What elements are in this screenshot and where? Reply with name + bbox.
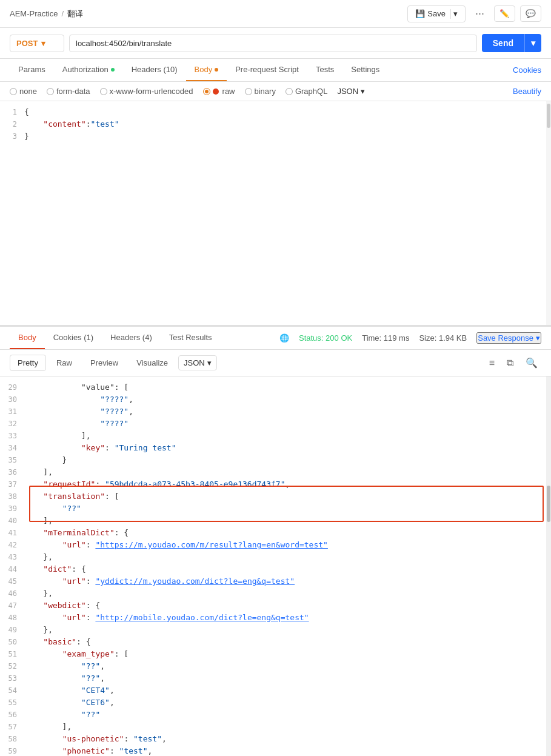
code-line: 49 }, [0,624,551,636]
tab-pre-request-label: Pre-request Script [235,65,299,74]
tab-authorization-label: Authorization [62,65,109,74]
url-link[interactable]: "https://m.youdao.com/m/result?lang=en&w… [95,540,328,549]
view-type-bar: Pretty Raw Preview Visualize JSON ▾ ≡ ⧉ … [0,350,551,376]
response-tabs-bar: Body Cookies (1) Headers (4) Test Result… [0,327,551,350]
code-line: 46 }, [0,587,551,600]
save-button[interactable]: 💾 Save ▾ [407,5,466,22]
response-scrollbar[interactable] [546,376,551,756]
url-input[interactable] [69,35,477,52]
radio-urlencoded-icon [100,88,107,95]
beautify-button[interactable]: Beautify [513,87,541,96]
tab-headers[interactable]: Headers (10) [123,59,186,81]
view-tab-visualize[interactable]: Visualize [129,355,176,371]
chevron-down-icon: ▾ [453,9,458,18]
response-section: Body Cookies (1) Headers (4) Test Result… [0,326,551,756]
tab-params[interactable]: Params [10,59,54,81]
filter-icon-button[interactable]: ≡ [486,356,498,370]
copy-icon-button[interactable]: ⧉ [503,356,517,370]
send-button[interactable]: Send ▾ [482,34,541,52]
tab-body[interactable]: Body [186,59,227,81]
response-tabs: Body Cookies (1) Headers (4) Test Result… [10,327,221,349]
request-body-editor[interactable]: 1 { 2 "content":"test" 3 } [0,101,551,326]
method-chevron-icon: ▾ [41,39,45,48]
save-label: Save [427,9,446,18]
code-line: 29 "value": [ [0,381,551,393]
send-label: Send [482,34,524,52]
code-line: 51 "exam_type": [ [0,648,551,660]
save-response-label: Save Response [478,333,533,343]
breadcrumb-separator: / [61,9,64,18]
code-line: 3 } [0,130,551,142]
tab-authorization[interactable]: Authorization [54,59,123,81]
request-code-lines: 1 { 2 "content":"test" 3 } [0,101,551,147]
radio-none-icon [10,88,17,95]
save-response-button[interactable]: Save Response ▾ [476,332,541,344]
body-type-graphql[interactable]: GraphQL [286,87,327,96]
code-line: 42 "url": "https://m.youdao.com/m/result… [0,539,551,551]
view-tab-pretty[interactable]: Pretty [10,355,46,371]
response-json-label: JSON [184,358,205,367]
json-format-label: JSON [337,87,358,96]
response-json-chevron-icon: ▾ [207,358,212,367]
response-code-area: 29 "value": [ 30 "????", 31 "????", 32 "… [0,376,551,756]
comment-icon-button[interactable]: 💬 [520,5,541,22]
save-icon: 💾 [415,9,425,18]
code-line: 43 }, [0,551,551,563]
code-line: 55 "CET6", [0,697,551,709]
request-tabs-bar: Params Authorization Headers (10) Body P… [0,59,551,82]
url-link-3[interactable]: "http://mobile.youdao.com/dict?le=eng&q=… [95,613,309,622]
response-tab-cookies[interactable]: Cookies (1) [45,327,102,349]
more-options-button[interactable]: ··· [470,5,489,22]
body-type-none[interactable]: none [10,87,37,96]
json-chevron-icon: ▾ [361,87,365,96]
raw-indicator [213,89,219,95]
response-tab-body[interactable]: Body [10,327,45,349]
cookies-link[interactable]: Cookies [513,59,541,81]
code-line: 53 "??", [0,672,551,684]
globe-icon: 🌐 [279,333,289,343]
body-type-raw[interactable]: raw [203,87,235,96]
code-line: 54 "CET4", [0,684,551,697]
body-type-form-data[interactable]: form-data [47,87,90,96]
code-line: 57 ], [0,721,551,733]
tab-settings[interactable]: Settings [342,59,388,81]
body-type-urlencoded[interactable]: x-www-form-urlencoded [100,87,193,96]
code-line: 2 "content":"test" [0,118,551,130]
code-line-38: 38 "translation": [ [0,490,551,503]
tab-settings-label: Settings [351,65,379,74]
view-tab-raw[interactable]: Raw [48,355,80,371]
tab-tests[interactable]: Tests [307,59,342,81]
search-icon-button[interactable]: 🔍 [522,356,541,370]
edit-icon-button[interactable]: ✏️ [494,5,515,22]
method-label: POST [16,39,38,48]
code-line: 41 "mTerminalDict": { [0,527,551,539]
response-json-select[interactable]: JSON ▾ [178,355,217,370]
code-line: 59 "phonetic": "test", [0,745,551,756]
view-type-tabs: Pretty Raw Preview Visualize JSON ▾ [10,355,217,371]
response-tab-test-results[interactable]: Test Results [161,327,221,349]
view-tab-preview[interactable]: Preview [82,355,126,371]
tab-name: 翻译 [67,8,83,19]
json-format-select[interactable]: JSON ▾ [337,87,365,96]
breadcrumb: AEM-Practice / 翻译 [10,8,83,19]
method-select[interactable]: POST ▾ [10,35,64,52]
status-ok: Status: 200 OK [299,333,352,343]
tab-pre-request[interactable]: Pre-request Script [227,59,307,81]
response-tab-headers[interactable]: Headers (4) [102,327,161,349]
url-link-2[interactable]: "yddict://m.youdao.com/dict?le=eng&q=tes… [95,577,295,586]
body-types: none form-data x-www-form-urlencoded raw… [10,87,365,96]
body-type-binary[interactable]: binary [245,87,276,96]
body-dot [215,68,218,72]
code-line: 37 "requestId": "59bddcda-a073-45b3-8405… [0,478,551,490]
top-bar-actions: 💾 Save ▾ ··· ✏️ 💬 [407,5,541,22]
code-line: 48 "url": "http://mobile.youdao.com/dict… [0,612,551,624]
radio-graphql-icon [286,88,293,95]
code-line: 1 { [0,106,551,118]
editor-scrollbar[interactable] [546,101,551,325]
response-status-bar: 🌐 Status: 200 OK Time: 119 ms Size: 1.94… [279,332,541,344]
code-line: 32 "????" [0,418,551,430]
code-line: 47 "webdict": { [0,600,551,612]
code-line: 52 "??", [0,660,551,672]
response-size: Size: 1.94 KB [419,333,467,343]
send-chevron-icon[interactable]: ▾ [524,34,541,52]
